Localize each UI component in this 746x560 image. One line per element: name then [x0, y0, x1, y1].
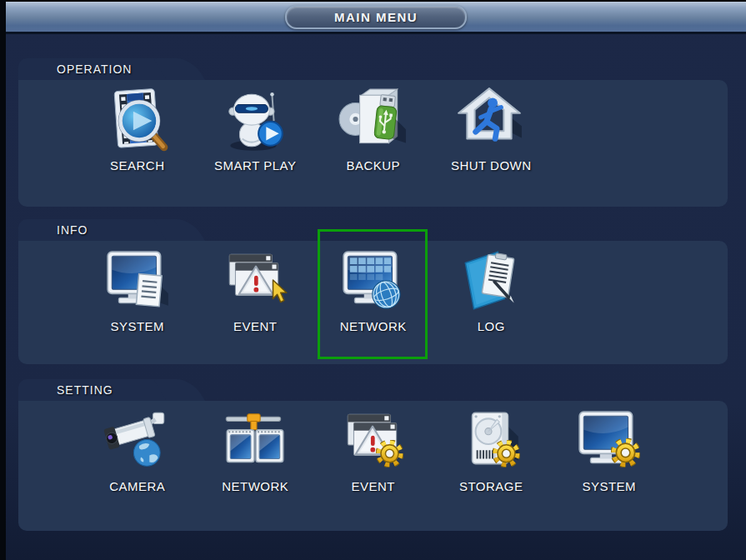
menu-item-camera[interactable]: CAMERA: [78, 406, 197, 493]
camera-icon: [102, 406, 173, 478]
section-setting-panel: CAMERA: [18, 401, 728, 531]
section-operation: OPERATION: [18, 58, 728, 207]
section-info-tab: INFO: [18, 219, 175, 241]
menu-item-network-setting[interactable]: NETWORK: [197, 406, 315, 493]
storage-icon: [455, 406, 527, 478]
network-info-icon: [338, 246, 409, 318]
section-info-panel: SYSTEM EVENT: [18, 241, 728, 364]
menu-item-label: EVENT: [233, 319, 278, 333]
menu-item-smart-play[interactable]: SMART PLAY: [197, 85, 315, 172]
section-operation-panel: SEARCH SMART PLAY: [18, 80, 728, 207]
main-menu-title-pill: MAIN MENU: [285, 5, 467, 29]
menu-item-label: SEARCH: [110, 158, 165, 172]
backup-icon: [338, 85, 409, 157]
menu-item-system-info[interactable]: SYSTEM: [78, 246, 197, 333]
section-setting-tab: SETTING: [18, 379, 175, 401]
search-icon: [102, 85, 173, 157]
menu-item-log[interactable]: LOG: [433, 246, 551, 333]
screen-left-edge: [0, 0, 6, 560]
title-bar: MAIN MENU: [6, 2, 746, 34]
menu-item-label: CAMERA: [109, 479, 165, 493]
menu-item-label: SYSTEM: [110, 319, 164, 333]
event-setting-icon: [338, 406, 409, 478]
menu-item-event-info[interactable]: EVENT: [197, 246, 315, 333]
menu-item-event-setting[interactable]: EVENT: [314, 406, 433, 493]
menu-item-label: SHUT DOWN: [451, 158, 532, 172]
menu-item-label: NETWORK: [340, 319, 407, 333]
menu-item-system-setting[interactable]: SYSTEM: [550, 406, 668, 493]
page-title: MAIN MENU: [334, 10, 418, 24]
menu-item-label: EVENT: [351, 479, 395, 493]
menu-item-backup[interactable]: BACKUP: [314, 85, 433, 172]
section-label: INFO: [18, 219, 175, 241]
section-info: INFO SYSTEM: [18, 219, 728, 364]
menu-item-label: LOG: [478, 319, 505, 333]
menu-item-label: STORAGE: [459, 479, 523, 493]
menu-item-search[interactable]: SEARCH: [78, 85, 197, 172]
section-label: OPERATION: [18, 58, 175, 80]
section-operation-tab: OPERATION: [18, 58, 175, 80]
menu-item-label: SYSTEM: [582, 479, 636, 493]
section-setting: SETTING: [18, 379, 728, 531]
shutdown-icon: [455, 85, 527, 157]
menu-item-shut-down[interactable]: SHUT DOWN: [433, 85, 551, 172]
menu-item-label: BACKUP: [346, 158, 400, 172]
menu-item-label: NETWORK: [222, 479, 288, 493]
network-setting-icon: [219, 406, 291, 478]
menu-item-network-info[interactable]: NETWORK: [314, 246, 433, 333]
log-icon: [455, 246, 527, 318]
menu-item-storage[interactable]: STORAGE: [433, 406, 551, 493]
system-setting-icon: [573, 406, 645, 478]
menu-item-label: SMART PLAY: [214, 158, 296, 172]
smart-play-icon: [219, 85, 291, 157]
section-label: SETTING: [18, 379, 175, 401]
system-info-icon: [102, 246, 173, 318]
event-info-icon: [219, 246, 291, 318]
